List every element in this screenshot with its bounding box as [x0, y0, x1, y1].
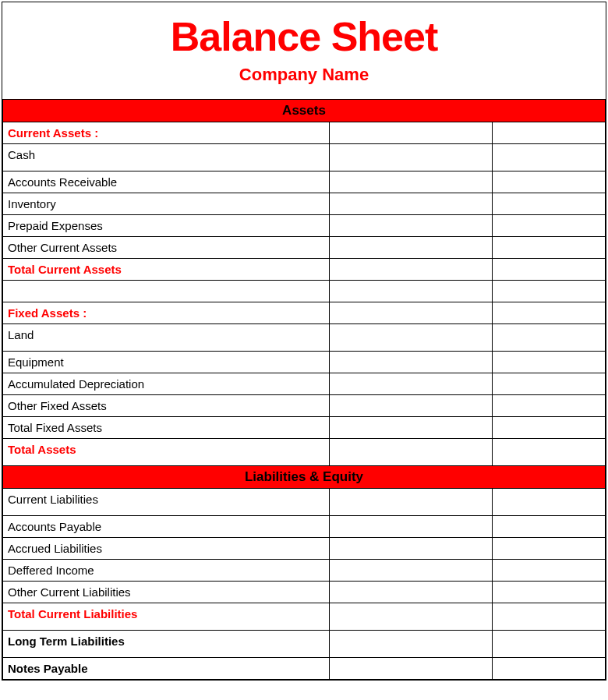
value-cell [492, 658, 605, 680]
value-cell [492, 489, 605, 516]
table-row: Equipment [3, 352, 606, 373]
table-row [3, 281, 606, 302]
value-cell [492, 516, 605, 538]
value-cell [329, 259, 492, 281]
section-liabilities-header: Liabilities & Equity [3, 466, 606, 489]
row-accrued-liabilities: Accrued Liabilities [3, 538, 330, 560]
row-cash: Cash [3, 144, 330, 171]
table-row: Other Current Assets [3, 237, 606, 259]
value-cell [329, 352, 492, 373]
current-assets-header: Current Assets : [3, 122, 330, 144]
table-row: Deffered Income [3, 560, 606, 582]
page-title: Balance Sheet [2, 13, 606, 60]
value-cell [329, 658, 492, 680]
value-cell [329, 144, 492, 171]
row-other-current-assets: Other Current Assets [3, 237, 330, 259]
value-cell [492, 560, 605, 582]
row-other-fixed-assets: Other Fixed Assets [3, 395, 330, 417]
value-cell [329, 582, 492, 603]
value-cell [492, 259, 605, 281]
table-row: Long Term Liabilities [3, 631, 606, 658]
value-cell [329, 489, 492, 516]
row-inventory: Inventory [3, 193, 330, 215]
balance-table: Assets Current Assets : Cash Accounts Re… [2, 99, 606, 680]
value-cell [329, 631, 492, 658]
table-row: Other Fixed Assets [3, 395, 606, 417]
value-cell [329, 516, 492, 538]
value-cell [492, 193, 605, 215]
value-cell [492, 395, 605, 417]
value-cell [492, 302, 605, 324]
value-cell [492, 373, 605, 395]
value-cell [329, 302, 492, 324]
row-notes-payable: Notes Payable [8, 662, 88, 675]
header: Balance Sheet Company Name [2, 2, 606, 99]
value-cell [492, 352, 605, 373]
row-accounts-receivable: Accounts Receivable [3, 171, 330, 193]
row-land: Land [3, 324, 330, 352]
value-cell [492, 582, 605, 603]
row-deferred-income: Deffered Income [3, 560, 330, 582]
value-cell [329, 373, 492, 395]
value-cell [492, 281, 605, 302]
row-prepaid-expenses: Prepaid Expenses [3, 215, 330, 237]
table-row: Accounts Receivable [3, 171, 606, 193]
value-cell [329, 215, 492, 237]
table-row: Land [3, 324, 606, 352]
row-total-fixed-assets: Total Fixed Assets [3, 417, 330, 439]
value-cell [329, 603, 492, 631]
row-equipment: Equipment [3, 352, 330, 373]
value-cell [329, 122, 492, 144]
row-long-term-liabilities: Long Term Liabilities [8, 635, 125, 648]
table-row: Accumulated Depreciation [3, 373, 606, 395]
table-row: Accrued Liabilities [3, 538, 606, 560]
table-row: Notes Payable [3, 658, 606, 680]
table-row: Prepaid Expenses [3, 215, 606, 237]
value-cell [492, 171, 605, 193]
table-row: Fixed Assets : [3, 302, 606, 324]
table-row: Total Current Assets [3, 259, 606, 281]
table-row: Total Current Liabilities [3, 603, 606, 631]
value-cell [329, 171, 492, 193]
value-cell [329, 281, 492, 302]
value-cell [329, 395, 492, 417]
value-cell [329, 560, 492, 582]
table-row: Accounts Payable [3, 516, 606, 538]
table-row: Total Fixed Assets [3, 417, 606, 439]
value-cell [492, 122, 605, 144]
value-cell [492, 631, 605, 658]
table-row: Current Liabilities [3, 489, 606, 516]
value-cell [329, 324, 492, 352]
row-accounts-payable: Accounts Payable [3, 516, 330, 538]
section-assets-header: Assets [3, 100, 606, 122]
row-total-assets: Total Assets [3, 439, 330, 466]
value-cell [329, 237, 492, 259]
table-row: Inventory [3, 193, 606, 215]
table-row: Total Assets [3, 439, 606, 466]
value-cell [492, 237, 605, 259]
row-other-current-liabilities: Other Current Liabilities [3, 582, 330, 603]
value-cell [329, 417, 492, 439]
value-cell [329, 538, 492, 560]
value-cell [329, 193, 492, 215]
row-accumulated-depreciation: Accumulated Depreciation [3, 373, 330, 395]
value-cell [492, 417, 605, 439]
section-liabilities-row: Liabilities & Equity [3, 466, 606, 489]
table-row: Cash [3, 144, 606, 171]
table-row: Other Current Liabilities [3, 582, 606, 603]
row-current-liabilities: Current Liabilities [3, 489, 330, 516]
fixed-assets-header: Fixed Assets : [3, 302, 330, 324]
value-cell [492, 215, 605, 237]
value-cell [329, 439, 492, 466]
spacer-cell [3, 281, 330, 302]
value-cell [492, 603, 605, 631]
company-name: Company Name [2, 65, 606, 85]
value-cell [492, 439, 605, 466]
value-cell [492, 324, 605, 352]
balance-sheet: Balance Sheet Company Name Assets Curren… [2, 2, 606, 681]
row-total-current-liabilities: Total Current Liabilities [3, 603, 330, 631]
value-cell [492, 538, 605, 560]
section-assets-row: Assets [3, 100, 606, 122]
row-total-current-assets: Total Current Assets [3, 259, 330, 281]
value-cell [492, 144, 605, 171]
